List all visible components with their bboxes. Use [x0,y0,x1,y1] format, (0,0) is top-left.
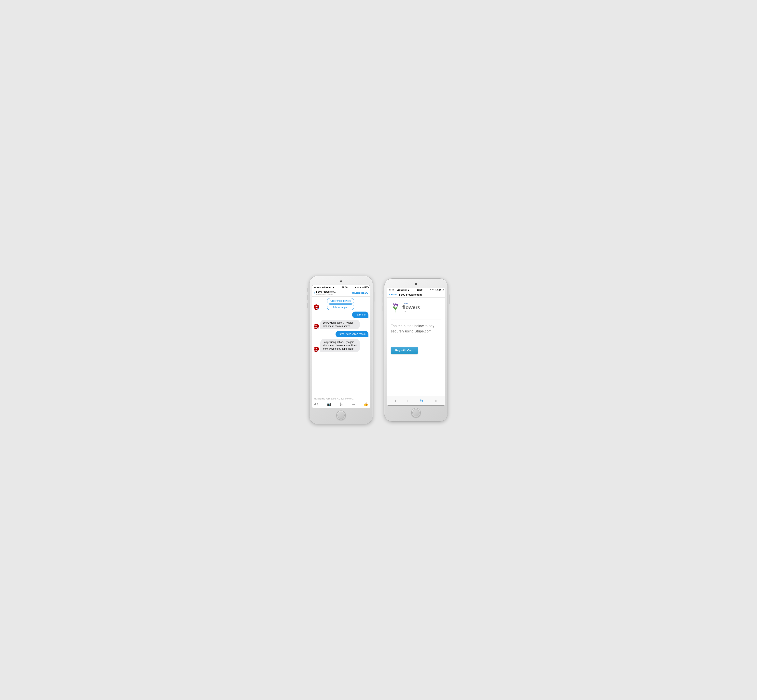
payment-text: Tap the button below to pay securely usi… [391,323,441,334]
msg-row-5: 1·800flowers f Sorry, wrong option. Try … [314,339,368,352]
browser-forward-button[interactable]: › [407,398,409,403]
bluetooth-icon-2: ✶ [432,289,434,291]
phone2-bottom [387,406,445,419]
messenger-badge-1: f [317,308,319,310]
bot-avatar-1: 1·800flowers f [314,305,319,310]
text-button[interactable]: Аа [314,402,318,406]
bot-avatar-2: 1·800flowers f [314,324,319,329]
time-2: 18:09 [417,289,423,291]
block-button[interactable]: Заблокировать [351,292,368,294]
battery-fill-1 [365,287,367,288]
logo-com-text: .com [402,310,420,312]
volume-down-button[interactable] [307,303,307,308]
volume-up-button[interactable] [307,295,307,300]
camera-button[interactable]: 📷 [327,402,331,406]
msg-row-3: 1·800flowers f Sorry, wrong option. Try … [314,320,368,330]
webview-title: 1-800-Flowers.com [399,293,443,296]
battery-fill-2 [440,289,442,291]
phone1: MrChatbot ▲ 18:10 ➤ ✶ 61 % ‹ 1-800-Flowe… [309,276,373,424]
location-icon: ➤ [355,286,356,288]
chat-input-area: Напишите компании «1-800-Flower... Аа 📷 … [312,395,370,408]
browser-back-button[interactable]: ‹ [395,398,396,403]
back-button-2[interactable]: ‹ [389,293,390,296]
msg-row-1: 1·800flowers f Order more flowers Talk t… [314,298,368,310]
bluetooth-icon: ✶ [357,286,359,288]
nav-bar-1: ‹ 1-800-Flowers.c... Как правило, отвеча… [312,289,370,297]
carrier-1: MrChatbot [322,286,332,289]
msg-row-4: Do you have yellow roses? [314,331,368,338]
phone1-bottom [312,408,370,422]
back-button-1[interactable]: ‹ [314,291,315,295]
volume-down-button-2[interactable] [382,305,382,311]
power-button-2[interactable] [450,294,450,304]
chat-area: 1·800flowers f Order more flowers Talk t… [312,297,370,395]
browser-bar: ‹ › ↻ ⬆ [387,396,445,405]
home-button-2[interactable] [411,408,421,417]
time-1: 18:10 [342,286,348,289]
pay-with-card-button[interactable]: Pay with Card [391,347,418,354]
battery-2 [439,289,443,291]
phone1-screen: MrChatbot ▲ 18:10 ➤ ✶ 61 % ‹ 1-800-Flowe… [312,285,370,408]
messenger-badge-3: f [317,350,319,352]
dot5 [320,287,320,288]
dot2-2 [390,289,391,291]
gallery-button[interactable]: 🖼 [340,402,343,406]
power-button[interactable] [375,292,375,302]
logo-flowers-text: flowers [402,305,420,310]
dot4 [318,287,319,288]
bot-avatar-3: 1·800flowers f [314,347,319,352]
talk-support-button[interactable]: Talk to support [327,305,354,310]
more-button[interactable]: ··· [352,402,355,406]
logo-number: 1-800 [402,302,420,305]
like-button[interactable]: 👍 [364,402,368,406]
wifi-icon-2: ▲ [407,289,409,291]
dot1 [314,287,315,288]
logo-area: 1-800 flowers .com [391,302,420,313]
carrier-2: MrChatbot [396,289,406,291]
signal-percent-1: 61 % [360,286,364,288]
status-bar-2: MrChatbot ▲ 18:09 ➤ ✶ 61 % [387,288,445,292]
phone2: MrChatbot ▲ 18:09 ➤ ✶ 61 % ‹ Назад 1-800… [384,279,448,421]
phone1-top [312,278,370,284]
flowers-logo-svg [391,302,401,313]
quick-replies: Order more flowers Talk to support [327,298,354,310]
order-flowers-button[interactable]: Order more flowers [327,298,354,304]
msg-sorry-1: Sorry, wrong option. Try again with one … [320,320,360,330]
phone2-top [387,281,445,287]
dot3-2 [392,289,393,291]
home-button-1[interactable] [336,411,346,420]
chat-toolbar: Аа 📷 🖼 ··· 👍 [314,402,368,406]
mute-button[interactable] [307,288,307,292]
msg-sorry-2: Sorry, wrong option. Try again with one … [320,339,360,352]
camera-2 [415,283,417,285]
back-text[interactable]: Назад [391,294,397,296]
camera [340,280,342,282]
volume-up-button-2[interactable] [382,297,382,303]
logo-text: 1-800 flowers .com [402,302,420,313]
nav-title-1: 1-800-Flowers.c... Как правило, отвеча..… [316,291,351,295]
phone2-screen: MrChatbot ▲ 18:09 ➤ ✶ 61 % ‹ Назад 1-800… [387,288,445,406]
location-icon-2: ➤ [430,289,431,291]
dot2 [315,287,317,288]
battery-1 [365,286,368,288]
dot1-2 [389,289,390,291]
messenger-badge-2: f [317,328,319,329]
browser-refresh-button[interactable]: ↻ [420,398,423,403]
dot4-2 [393,289,394,291]
dot3 [317,287,318,288]
webview-content: 1-800 flowers .com Tap the button below … [387,298,445,396]
mute-button-2[interactable] [382,291,382,294]
dot5-2 [395,289,395,291]
payment-instruction: Tap the button below to pay securely usi… [391,319,441,343]
msg-yellow-roses: Do you have yellow roses? [336,331,368,338]
nav-title-text-1: 1-800-Flowers.c... [316,291,351,293]
signal-dots-2 [389,289,395,291]
nav-bar-2: ‹ Назад 1-800-Flowers.com [387,292,445,298]
wifi-icon-1: ▲ [332,286,334,289]
status-bar-1: MrChatbot ▲ 18:10 ➤ ✶ 61 % [312,285,370,289]
signal-percent-2: 61 % [434,289,439,291]
msg-row-2: Thanx a lot [314,311,368,318]
nav-subtitle-1: Как правило, отвеча... [316,293,351,295]
chat-placeholder[interactable]: Напишите компании «1-800-Flower... [314,397,368,400]
browser-share-button[interactable]: ⬆ [434,399,437,403]
